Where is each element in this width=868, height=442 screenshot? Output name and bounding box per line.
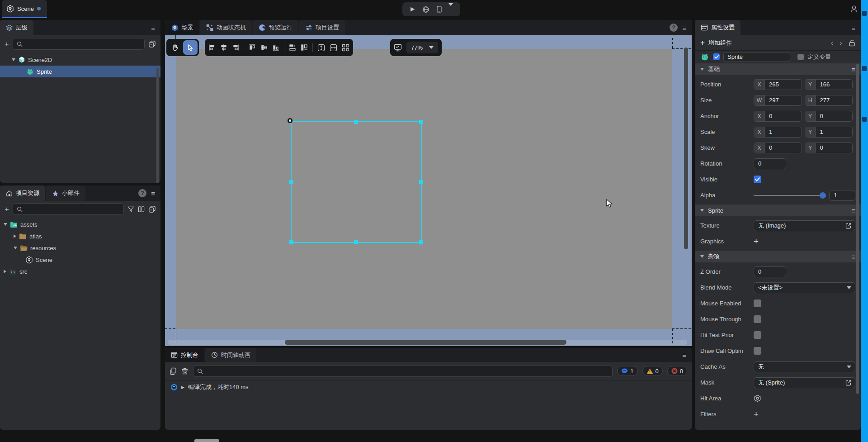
hierarchy-menu-button[interactable]: ≡ xyxy=(151,24,155,31)
info-count-badge[interactable]: 1 xyxy=(617,366,637,376)
canvas-hscroll-track[interactable] xyxy=(168,340,687,345)
section-basic-header[interactable]: 基础 ≡ xyxy=(695,63,861,75)
align-left-icon[interactable] xyxy=(208,44,216,51)
resources-help-button[interactable]: ? xyxy=(138,189,146,197)
tab-project-settings[interactable]: 项目设置 xyxy=(299,20,345,35)
docked-panel-tab-icon[interactable] xyxy=(862,66,867,71)
resize-handle-top-center[interactable] xyxy=(354,120,358,124)
browser-run-icon[interactable] xyxy=(422,6,429,13)
expand-caret-icon[interactable] xyxy=(4,270,6,273)
size-w-field[interactable]: W297 xyxy=(754,95,802,106)
hit-area-target-icon[interactable] xyxy=(754,394,761,402)
sprite-selection-box[interactable] xyxy=(291,121,422,243)
scale-y-field[interactable]: Y1 xyxy=(805,127,853,138)
z-order-field[interactable]: 0 xyxy=(754,266,786,277)
tab-hierarchy[interactable]: 层级 xyxy=(0,20,33,35)
user-account-icon[interactable] xyxy=(849,4,859,14)
history-back-button[interactable]: ‹ xyxy=(831,39,834,47)
position-y-field[interactable]: Y166 xyxy=(805,79,853,90)
console-search-input[interactable] xyxy=(193,366,613,377)
error-count-badge[interactable]: 0 xyxy=(667,366,687,376)
tab-project-resources[interactable]: 项目资源 xyxy=(0,185,45,201)
scene-menu-button[interactable]: ≡ xyxy=(682,24,686,31)
asset-file-scene[interactable]: Scene xyxy=(0,254,160,266)
resources-menu-button[interactable]: ≡ xyxy=(151,190,155,197)
edge-dock-strip[interactable] xyxy=(861,0,868,442)
stage-design-area[interactable] xyxy=(176,49,672,329)
zoom-level-dropdown[interactable]: 77% xyxy=(406,42,438,53)
reference-picker-icon[interactable] xyxy=(845,380,855,386)
expand-caret-icon[interactable] xyxy=(4,223,7,226)
docked-panel-tab-icon[interactable] xyxy=(862,117,867,122)
asset-folder-src[interactable]: src xyxy=(0,266,160,277)
scale-x-field[interactable]: X1 xyxy=(754,127,802,138)
expand-caret-icon[interactable] xyxy=(14,247,17,249)
tab-scene[interactable]: 场景 xyxy=(165,20,199,35)
node-active-checkbox[interactable] xyxy=(713,53,720,60)
select-tool-button[interactable] xyxy=(183,40,198,55)
anchor-y-field[interactable]: Y0 xyxy=(805,111,853,122)
visible-checkbox[interactable] xyxy=(754,176,761,183)
resize-handle-bottom-center[interactable] xyxy=(354,240,358,244)
warning-count-badge[interactable]: 0 xyxy=(642,366,663,376)
tree-node-sprite[interactable]: Sprite xyxy=(0,66,160,77)
play-button[interactable] xyxy=(410,6,415,12)
tab-animation-state-machine[interactable]: 动画状态机 xyxy=(200,20,252,35)
expand-caret-icon[interactable] xyxy=(14,234,16,238)
resources-add-button[interactable]: + xyxy=(5,205,9,213)
define-var-checkbox[interactable] xyxy=(797,54,804,60)
collapse-all-icon[interactable] xyxy=(148,40,156,48)
expand-caret-icon[interactable] xyxy=(12,58,15,61)
tab-preview-run[interactable]: 预览运行 xyxy=(253,20,298,35)
position-x-field[interactable]: X265 xyxy=(754,79,802,90)
scene-canvas[interactable]: 77% xyxy=(165,35,692,346)
split-view-icon[interactable] xyxy=(138,206,145,213)
history-forward-button[interactable]: › xyxy=(840,39,842,47)
resize-handle-mid-left[interactable] xyxy=(289,180,293,184)
rotation-field[interactable]: 0 xyxy=(754,158,786,169)
canvas-vscroll-thumb[interactable] xyxy=(684,48,688,249)
collapse-all-icon[interactable] xyxy=(148,205,156,213)
tab-widgets[interactable]: 小部件 xyxy=(46,185,85,201)
anchor-x-field[interactable]: X0 xyxy=(754,111,802,122)
align-right-icon[interactable] xyxy=(232,44,239,51)
add-filter-button[interactable]: + xyxy=(754,410,759,418)
screen-adapt-icon[interactable] xyxy=(394,44,402,52)
docked-panel-tab-icon[interactable] xyxy=(862,11,867,16)
resize-handle-bottom-right[interactable] xyxy=(419,240,423,244)
alpha-slider[interactable] xyxy=(754,195,823,196)
clear-console-icon[interactable] xyxy=(181,367,189,375)
align-middle-icon[interactable] xyxy=(260,44,268,51)
log-entry[interactable]: ▶ 编译完成，耗时140 ms xyxy=(165,380,692,394)
console-menu-button[interactable]: ≡ xyxy=(682,352,686,358)
section-menu-icon[interactable]: ≡ xyxy=(851,207,855,214)
resize-handle-mid-right[interactable] xyxy=(419,180,423,184)
distribute-h-icon[interactable] xyxy=(301,44,308,51)
tab-console[interactable]: 控制台 xyxy=(165,348,204,362)
align-center-h-icon[interactable] xyxy=(220,44,227,51)
asset-folder-atlas[interactable]: atlas xyxy=(0,230,160,242)
mouse-through-checkbox[interactable] xyxy=(754,315,761,323)
reference-picker-icon[interactable] xyxy=(845,223,855,229)
draw-call-optim-checkbox[interactable] xyxy=(754,347,761,355)
distribute-v-icon[interactable] xyxy=(289,44,296,51)
hit-test-prior-checkbox[interactable] xyxy=(754,331,761,339)
hierarchy-add-button[interactable]: + xyxy=(5,40,9,48)
inspector-menu-button[interactable]: ≡ xyxy=(851,24,855,31)
section-sprite-header[interactable]: Sprite ≡ xyxy=(695,204,861,216)
hierarchy-scrollbar[interactable] xyxy=(156,68,159,183)
copy-log-icon[interactable] xyxy=(170,367,177,375)
skew-x-field[interactable]: X0 xyxy=(754,143,802,153)
asset-folder-assets[interactable]: assets xyxy=(0,219,160,230)
filter-icon[interactable] xyxy=(127,206,134,213)
tab-timeline-animation[interactable]: 时间轴动画 xyxy=(205,348,256,362)
node-name-input[interactable] xyxy=(723,52,790,62)
log-expand-caret[interactable]: ▶ xyxy=(181,385,184,390)
canvas-hscroll-thumb[interactable] xyxy=(285,340,566,345)
section-menu-icon[interactable]: ≡ xyxy=(851,66,855,73)
stretch-width-icon[interactable] xyxy=(330,44,337,52)
scene-help-button[interactable]: ? xyxy=(670,24,678,32)
align-top-icon[interactable] xyxy=(249,44,256,51)
tree-node-scene2d[interactable]: Scene2D xyxy=(0,54,160,66)
align-bottom-icon[interactable] xyxy=(272,44,279,51)
